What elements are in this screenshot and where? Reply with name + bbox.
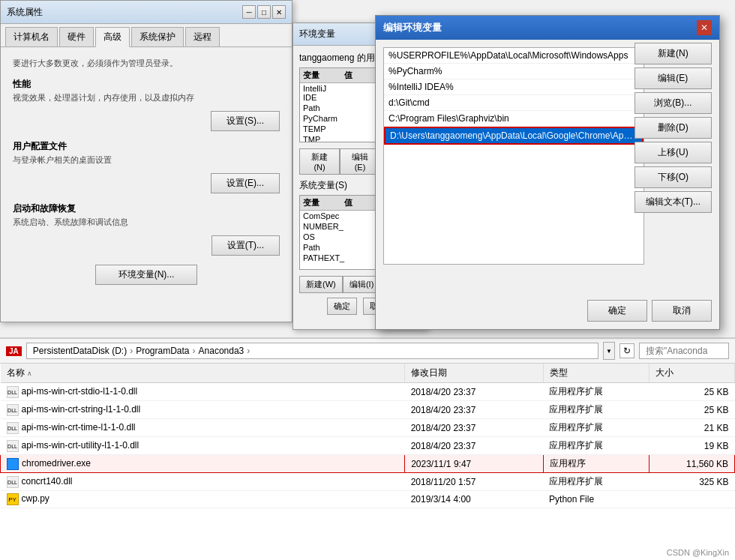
file-name-cell: DLLapi-ms-win-crt-string-l1-1-0.dll — [1, 401, 405, 419]
edit-movedown-button[interactable]: 下移(O) — [634, 166, 712, 188]
env-entry-3[interactable]: %IntelliJ IDEA% — [384, 79, 644, 95]
tab-advanced[interactable]: 高级 — [95, 27, 130, 47]
breadcrumb-sep-3: › — [247, 346, 250, 356]
breadcrumb-part-2[interactable]: ProgramData — [136, 346, 189, 356]
file-explorer: JA PersistentDataDisk (D:) › ProgramData… — [0, 337, 735, 560]
file-size-cell: 11,560 KB — [650, 455, 735, 473]
var-col-header: 变量 — [300, 68, 341, 82]
edit-ok-button[interactable]: 确定 — [587, 300, 647, 322]
explorer-table: 名称 ∧ 修改日期 类型 大小 DLLapi-ms-win-crt-stdio-… — [0, 364, 735, 508]
user-profile-title: 用户配置文件 — [13, 140, 280, 153]
file-type-cell: 应用程序扩展 — [543, 401, 650, 419]
file-date-cell: 2018/4/20 23:37 — [405, 437, 543, 455]
tabs-row: 计算机名 硬件 高级 系统保护 远程 — [1, 24, 292, 47]
performance-desc: 视觉效果，处理器计划，内存使用，以及虚拟内存 — [13, 92, 280, 103]
dll-icon: DLL — [7, 386, 19, 398]
maximize-button[interactable]: □ — [257, 5, 271, 19]
edit-env-bottom-buttons: 确定 取消 — [587, 300, 712, 322]
breadcrumb-path[interactable]: PersistentDataDisk (D:) › ProgramData › … — [26, 343, 598, 359]
sys-props-content: 要进行大多数更改，必须须作为管理员登录。 性能 视觉效果，处理器计划，内存使用，… — [1, 47, 292, 295]
env-ok-button[interactable]: 确定 — [327, 298, 357, 315]
file-size-cell: 25 KB — [650, 401, 735, 419]
breadcrumb-part-3[interactable]: Anaconda3 — [199, 346, 244, 356]
sys-props-titlebar: 系统属性 ─ □ ✕ — [1, 1, 292, 24]
search-input[interactable] — [639, 343, 729, 359]
address-dropdown[interactable]: ▼ — [603, 342, 615, 360]
breadcrumb-sep-2: › — [193, 346, 196, 356]
table-row[interactable]: DLLconcrt140.dll 2018/11/20 1:57 应用程序扩展 … — [1, 473, 735, 491]
sort-arrow-name: ∧ — [27, 370, 32, 377]
file-date-cell: 2018/4/20 23:37 — [405, 401, 543, 419]
env-entry-4[interactable]: d:\Git\cmd — [384, 95, 644, 111]
user-edit-button[interactable]: 编辑(E) — [340, 148, 380, 175]
sys-new-button[interactable]: 新建(W) — [299, 276, 343, 293]
user-profile-section: 用户配置文件 与登录帐户相关的桌面设置 — [13, 140, 280, 166]
edit-env-action-buttons: 新建(N) 编辑(E) 浏览(B)... 删除(D) 上移(U) 下移(O) 编… — [634, 43, 712, 213]
file-name-text: api-ms-win-crt-time-l1-1-0.dll — [22, 422, 136, 433]
edit-new-button[interactable]: 新建(N) — [634, 43, 712, 64]
dll-icon: DLL — [7, 404, 19, 416]
refresh-button[interactable]: ↻ — [620, 343, 634, 358]
ja-badge: JA — [6, 346, 22, 356]
env-vars-button[interactable]: 环境变量(N)... — [95, 265, 198, 285]
col-header-type[interactable]: 类型 — [543, 364, 650, 383]
edit-moveup-button[interactable]: 上移(U) — [634, 142, 712, 163]
file-type-cell: 应用程序扩展 — [543, 383, 650, 401]
tab-computer-name[interactable]: 计算机名 — [5, 27, 58, 46]
sys-props-title-text: 系统属性 — [7, 6, 43, 19]
table-row[interactable]: DLLapi-ms-win-crt-utility-l1-1-0.dll 201… — [1, 437, 735, 455]
table-row[interactable]: chromedriver.exe 2023/11/1 9:47 应用程序 11,… — [1, 455, 735, 473]
file-type-cell: 应用程序扩展 — [543, 473, 650, 491]
edit-env-list[interactable]: %USERPROFILE%\AppData\Local\Microsoft\Wi… — [383, 47, 644, 265]
close-button[interactable]: ✕ — [272, 5, 286, 19]
table-row[interactable]: DLLapi-ms-win-crt-string-l1-1-0.dll 2018… — [1, 401, 735, 419]
file-name-text: cwp.py — [22, 493, 50, 504]
table-row[interactable]: DLLapi-ms-win-crt-time-l1-1-0.dll 2018/4… — [1, 419, 735, 437]
edit-delete-button[interactable]: 删除(D) — [634, 117, 712, 139]
file-name-cell: DLLconcrt140.dll — [1, 473, 405, 491]
tab-system-protection[interactable]: 系统保护 — [131, 27, 184, 46]
edit-env-body: %USERPROFILE%\AppData\Local\Microsoft\Wi… — [376, 40, 719, 310]
py-icon: PY — [7, 493, 19, 505]
edit-browse-button[interactable]: 浏览(B)... — [634, 92, 712, 114]
env-entry-5[interactable]: C:\Program Files\Graphviz\bin — [384, 111, 644, 127]
table-row[interactable]: DLLapi-ms-win-crt-stdio-l1-1-0.dll 2018/… — [1, 383, 735, 401]
file-type-cell: 应用程序扩展 — [543, 419, 650, 437]
title-buttons: ─ □ ✕ — [242, 5, 286, 19]
file-name-cell: DLLapi-ms-win-crt-time-l1-1-0.dll — [1, 419, 405, 437]
col-header-name[interactable]: 名称 ∧ — [1, 364, 405, 383]
file-name-cell: PYcwp.py — [1, 491, 405, 508]
env-entry-1[interactable]: %USERPROFILE%\AppData\Local\Microsoft\Wi… — [384, 48, 644, 64]
tab-hardware[interactable]: 硬件 — [59, 27, 94, 46]
sys-var-col-header: 变量 — [300, 196, 341, 210]
exe-icon — [7, 458, 19, 470]
edit-env-close-button[interactable]: ✕ — [697, 20, 712, 35]
file-type-cell: 应用程序扩展 — [543, 437, 650, 455]
env-entry-2[interactable]: %PyCharm% — [384, 64, 644, 79]
user-profile-settings-button[interactable]: 设置(E)... — [211, 173, 280, 193]
col-header-date[interactable]: 修改日期 — [405, 364, 543, 383]
tab-remote[interactable]: 远程 — [185, 27, 220, 46]
file-name-text: api-ms-win-crt-string-l1-1-0.dll — [22, 404, 141, 415]
file-size-cell: 21 KB — [650, 419, 735, 437]
edit-cancel-button[interactable]: 取消 — [652, 300, 712, 322]
performance-section: 性能 视觉效果，处理器计划，内存使用，以及虚拟内存 — [13, 78, 280, 103]
edit-env-window: 编辑环境变量 ✕ %USERPROFILE%\AppData\Local\Mic… — [375, 15, 720, 330]
breadcrumb-part-1[interactable]: PersistentDataDisk (D:) — [33, 346, 127, 356]
table-row[interactable]: PYcwp.py 2019/3/14 4:00 Python File — [1, 491, 735, 508]
user-new-button[interactable]: 新建(N) — [299, 148, 340, 175]
file-name-text: concrt140.dll — [22, 476, 73, 487]
edit-edit-button[interactable]: 编辑(E) — [634, 67, 712, 89]
system-properties-window: 系统属性 ─ □ ✕ 计算机名 硬件 高级 系统保护 远程 要进行大多数更改，必… — [0, 0, 292, 322]
env-entry-6-selected[interactable]: D:\Users\tanggaomeng\AppData\Local\Googl… — [384, 127, 644, 145]
edit-env-titlebar: 编辑环境变量 ✕ — [376, 16, 719, 40]
edit-edittext-button[interactable]: 编辑文本(T)... — [634, 191, 712, 213]
env-vars-title-text: 环境变量 — [299, 28, 335, 39]
col-header-size[interactable]: 大小 — [650, 364, 735, 383]
startup-settings-button[interactable]: 设置(T)... — [212, 235, 280, 256]
file-name-text: chromedriver.exe — [22, 458, 91, 469]
file-size-cell: 25 KB — [650, 383, 735, 401]
performance-settings-button[interactable]: 设置(S)... — [211, 111, 280, 131]
breadcrumb-sep-1: › — [130, 346, 133, 356]
minimize-button[interactable]: ─ — [242, 5, 256, 19]
